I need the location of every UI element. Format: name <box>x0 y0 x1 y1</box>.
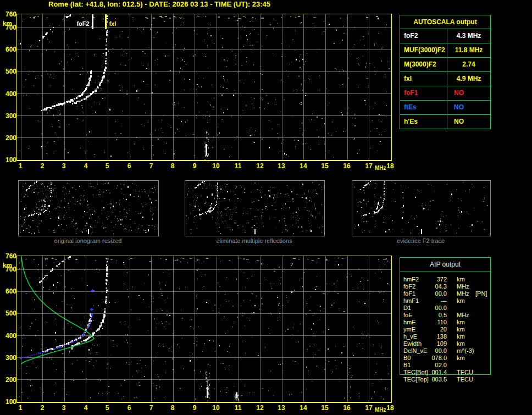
x-axis-label: 7 <box>145 405 158 412</box>
row-label: M(3000)F2 <box>400 58 447 71</box>
x-axis-label: 5 <box>101 405 114 412</box>
table-row: ftEsNO <box>400 101 490 115</box>
aip-row: B0078.0km <box>400 355 529 362</box>
thumbnail-caption: evidence F2 trace <box>352 237 490 244</box>
x-axis-label: 6 <box>123 405 136 412</box>
aip-row-label: B0 <box>403 355 411 362</box>
table-row: MUF(3000)F211.8 MHz <box>400 43 490 58</box>
x-axis-label: 10 <box>209 405 223 412</box>
y-axis-label: 400 <box>0 91 16 97</box>
aip-row-unit: km <box>457 319 465 326</box>
y-axis-label: 300 <box>0 113 16 119</box>
aip-row-unit: km <box>457 326 465 333</box>
aip-row-label: B1 <box>403 362 411 369</box>
aip-row-value: 02.0 <box>420 362 447 369</box>
aip-row: hmE110km <box>400 319 529 326</box>
aip-rows: hmF2372kmfoF204.3MHzfoF100.0MHz[PN]hmF1-… <box>400 257 529 389</box>
y-axis-label: 760 <box>0 253 16 259</box>
aip-row-label: Ewidth <box>403 340 422 347</box>
aip-row-value: 109 <box>420 340 447 347</box>
aip-row-unit: MHz <box>457 312 469 319</box>
x-axis-label: 2 <box>36 405 49 412</box>
x-axis-label: 16 <box>340 405 353 412</box>
table-row: fxI4.9 MHz <box>400 72 490 86</box>
aip-row-label: foF1 <box>403 290 415 297</box>
interference-artifact <box>254 229 256 234</box>
x-axis-label: 13 <box>275 405 288 412</box>
aip-row-value: 00.0 <box>420 347 447 355</box>
fxi-marker-label: fxI <box>109 20 116 27</box>
x-axis-label: 14 <box>297 163 310 170</box>
table-row: h'EsNO <box>400 115 490 129</box>
row-label: foF2 <box>400 29 447 43</box>
y-axis-label: 300 <box>0 355 16 361</box>
aip-row-label: hmF2 <box>403 276 419 283</box>
fitted-trace-point <box>73 341 74 342</box>
aip-row: TEC[Top]003.5TECU <box>400 376 529 383</box>
x-axis-label: 3 <box>57 405 70 412</box>
x-axis-label: 13 <box>275 163 288 170</box>
aip-row: TEC[Bot]001.4TECU <box>400 369 529 376</box>
row-label: fxI <box>400 72 447 86</box>
x-axis-label: 3 <box>57 163 70 170</box>
aip-row-value: 001.4 <box>420 369 447 376</box>
aip-row: foF100.0MHz[PN] <box>400 290 529 297</box>
fitted-trace-point <box>88 324 90 326</box>
x-axis-label: 11 <box>231 163 245 170</box>
x-axis-label: 4 <box>79 163 92 170</box>
x-axis-label: 12 <box>253 163 267 170</box>
aip-row: h_vE138km <box>400 333 529 340</box>
y-axis-unit-label: km <box>0 262 12 269</box>
table-row: M(3000)F22.74 <box>400 58 490 72</box>
aip-row-unit: km <box>457 297 465 305</box>
autoscala-window: Rome (lat: +41.8, lon: 012.5) - DATE: 20… <box>0 0 532 415</box>
x-axis-label: 4 <box>79 405 92 412</box>
ionogram-top-svg: foF2fxI <box>17 14 391 160</box>
aip-row-value: 04.3 <box>420 283 447 290</box>
autoscala-header: AUTOSCALA output <box>400 15 490 29</box>
aip-row-value: 003.5 <box>420 376 447 383</box>
thumbnail-eliminate-reflections <box>185 180 325 236</box>
ionogram-top-plot: foF2fxI <box>16 14 392 161</box>
y-axis-label: 200 <box>0 377 16 383</box>
y-axis-label: 600 <box>0 46 16 53</box>
x-axis-label: 15 <box>318 405 331 412</box>
fxi-marker-line <box>105 14 107 29</box>
aip-row: Ewidth109km <box>400 340 529 347</box>
aip-row-label: h_vE <box>403 333 417 340</box>
aip-row: foE0.5MHz <box>400 312 529 319</box>
x-axis-label: 6 <box>123 163 136 170</box>
aip-row-unit: MHz <box>457 290 469 297</box>
aip-row-value: 138 <box>420 333 447 340</box>
autoscala-rows: foF24.3 MHzMUF(3000)F211.8 MHzM(3000)F22… <box>400 29 490 129</box>
interference-artifact <box>88 229 89 234</box>
x-axis-label: 1 <box>14 163 27 170</box>
y-axis-label: 400 <box>0 333 16 339</box>
fof2-marker-line <box>92 14 93 29</box>
row-value: 2.74 <box>447 58 490 71</box>
page-title: Rome (lat: +41.8, lon: 012.5) - DATE: 20… <box>48 1 270 8</box>
aip-row: B102.0 <box>400 362 529 369</box>
x-axis-label: 17 <box>362 163 375 170</box>
thumbnail-svg <box>185 181 324 236</box>
aip-row-unit: TECU <box>457 369 473 376</box>
aip-row: hmF2372km <box>400 276 529 283</box>
row-label: foF1 <box>400 86 447 100</box>
aip-row-value: 0.5 <box>420 312 447 319</box>
aip-row: ymE20km <box>400 326 529 333</box>
aip-row-value: 20 <box>420 326 447 333</box>
x-axis-label: 17 <box>362 405 375 412</box>
ionogram-bottom-plot <box>16 256 392 403</box>
row-label: ftEs <box>400 101 447 114</box>
x-axis-label: 8 <box>166 405 179 412</box>
aip-row-value: 372 <box>420 276 447 283</box>
aip-row-unit: TECU <box>457 376 473 383</box>
fitted-trace-point <box>83 334 85 335</box>
x-axis-label: 9 <box>188 163 201 170</box>
ionogram-bottom-svg <box>17 256 391 402</box>
aip-row-value: 00.0 <box>420 305 447 312</box>
table-row: foF1NO <box>400 86 490 101</box>
table-row: foF24.3 MHz <box>400 29 490 43</box>
row-value: 4.3 MHz <box>447 29 490 43</box>
row-value: NO <box>447 101 490 114</box>
